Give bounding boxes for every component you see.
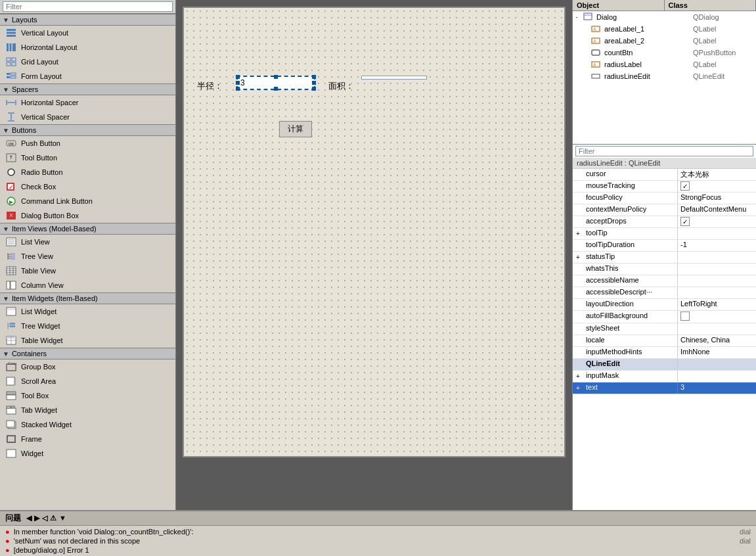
prop-row-focusPolicy[interactable]: focusPolicy StrongFocus [573,193,756,204]
prop-row-statusTip[interactable]: + statusTip [573,252,756,264]
issue-item-issue3[interactable]: ● [debug/dialog.o] Error 1 [0,545,756,555]
section-header-item-views-model[interactable]: ▼Item Views (Model-Based) [0,223,175,235]
issue-item-issue2[interactable]: ● 'setNum' was not declared in this scop… [0,536,756,545]
widget-item-tab-widget[interactable]: Tab Widget [0,403,175,417]
widget-item-list-view[interactable]: List View [0,235,175,249]
widget-item-push-button[interactable]: OKPush Button [0,136,175,151]
svg-rect-13 [11,76,16,78]
issue-text-issue3: [debug/dialog.o] Error 1 [14,546,745,554]
widget-item-tool-box[interactable]: Tool Box [0,388,175,403]
canvas-window[interactable]: 半径： 3 [183,7,566,457]
section-header-spacers[interactable]: ▼Spacers [0,83,175,95]
prop-row-contextMenuPolicy[interactable]: contextMenuPolicy DefaultContextMenu [573,204,756,216]
calc-button[interactable]: 计算 [279,121,312,137]
prop-expand-whatsThis [573,264,583,275]
issue-nav-prev[interactable]: ◀ [26,514,32,522]
prop-row-autoFillBackground[interactable]: autoFillBackground [573,311,756,323]
widget-item-table-widget[interactable]: Table Widget [0,333,175,348]
prop-expand-statusTip[interactable]: + [573,252,583,263]
widget-item-grid-layout[interactable]: Grid Layout [0,55,175,69]
prop-row-toolTipDuration[interactable]: toolTipDuration -1 [573,240,756,252]
widget-item-horizontal-layout[interactable]: Horizontal Layout [0,40,175,55]
widget-item-table-view[interactable]: Table View [0,264,175,278]
area-lineedit[interactable] [361,76,427,80]
widget-item-tree-view[interactable]: Tree View [0,249,175,264]
prop-row-locale[interactable]: locale Chinese, China [573,335,756,347]
widget-item-dialog-button-box[interactable]: XDialog Button Box [0,208,175,223]
issue-nav-prev2[interactable]: ◁ [42,514,47,522]
tree-row-radiusLineEdit[interactable]: radiusLineEdit QLineEdit [573,70,756,82]
prop-row-whatsThis[interactable]: whatsThis [573,264,756,275]
tree-row-radiusLabel[interactable]: A radiusLabel QLabel [573,58,756,70]
issue-list: ● In member function 'void Dialog::on_co… [0,526,756,556]
widget-item-widget[interactable]: Widget [0,446,175,461]
issue-nav-next[interactable]: ▶ [34,514,39,522]
widget-item-tool-button[interactable]: TTool Button [0,151,175,165]
prop-row-mouseTracking[interactable]: mouseTracking [573,181,756,193]
prop-row-cursor[interactable]: cursor 文本光标 [573,169,756,181]
calc-button-container[interactable]: 计算 [279,121,312,137]
prop-checkbox-mouseTracking[interactable] [680,181,690,191]
widget-item-vertical-layout[interactable]: Vertical Layout [0,26,175,40]
prop-row-accessibleName[interactable]: accessibleName [573,275,756,287]
widget-item-command-link-button[interactable]: ▶Command Link Button [0,194,175,208]
widget-item-vertical-spacer[interactable]: Vertical Spacer [0,110,175,124]
prop-row-text[interactable]: + text 3 [573,382,756,394]
widget-item-horizontal-spacer[interactable]: Horizontal Spacer [0,95,175,110]
tree-row-dialog[interactable]: - Dialog QDialog [573,11,756,23]
tree-name-areaLabel1: areaLabel_1 [603,25,690,33]
widget-item-check-box[interactable]: ✓Check Box [0,179,175,194]
svg-rect-11 [11,73,16,75]
svg-rect-70 [7,406,11,408]
section-header-layouts[interactable]: ▼Layouts [0,14,175,26]
widget-item-column-view[interactable]: Column View [0,278,175,292]
svg-rect-51 [7,309,15,310]
prop-value-cursor: 文本光标 [677,169,756,180]
widget-label-check-box: Check Box [21,183,56,191]
prop-name-toolTipDuration: toolTipDuration [583,240,677,251]
svg-rect-3 [7,43,9,51]
svg-rect-82 [592,50,600,55]
prop-row-styleSheet[interactable]: styleSheet [573,323,756,335]
widget-item-radio-button[interactable]: Radio Button [0,165,175,179]
prop-row-inputMask[interactable]: + inputMask [573,371,756,382]
tree-row-areaLabel2[interactable]: A areaLabel_2 QLabel [573,35,756,47]
issue-filter-icon[interactable]: ▼ [59,514,66,522]
widget-filter-input[interactable] [3,1,173,12]
prop-filter-input[interactable] [575,146,753,156]
widget-item-stacked-widget[interactable]: Stacked Widget [0,417,175,432]
prop-row-toolTip[interactable]: + toolTip [573,228,756,240]
svg-rect-5 [12,43,16,51]
section-header-containers[interactable]: ▼Containers [0,348,175,359]
prop-row-layoutDirection[interactable]: layoutDirection LeftToRight [573,299,756,311]
widget-label-table-view: Table View [21,267,56,275]
widget-label-list-widget: List Widget [21,308,56,315]
prop-row-inputMethodHints[interactable]: inputMethodHints ImhNone [573,347,756,359]
prop-row-acceptDrops[interactable]: acceptDrops [573,216,756,228]
prop-expand-toolTip[interactable]: + [573,228,583,239]
radius-lineedit-container[interactable]: 3 [236,76,315,90]
widget-item-list-widget[interactable]: List Widget [0,304,175,319]
widget-item-scroll-area[interactable]: Scroll Area [0,374,175,388]
prop-checkbox-autoFillBackground[interactable] [680,312,690,321]
prop-row-accessibleDescription[interactable]: accessibleDescript··· [573,287,756,299]
issue-item-issue1[interactable]: ● In member function 'void Dialog::on_co… [0,527,756,536]
tree-row-areaLabel1[interactable]: A areaLabel_1 QLabel [573,23,756,35]
prop-expand-inputMask[interactable]: + [573,371,583,382]
prop-expand-text[interactable]: + [573,382,583,394]
tree-type-areaLabel2: QLabel [690,37,756,45]
section-header-item-widgets-item[interactable]: ▼Item Widgets (Item-Based) [0,292,175,304]
widget-item-form-layout[interactable]: Form Layout [0,69,175,83]
area-lineedit-container[interactable] [361,76,427,80]
prop-name-autoFillBackground: autoFillBackground [583,311,677,323]
tree-expand-dialog[interactable]: - [573,14,581,20]
prop-value-text-focusPolicy: StrongFocus [680,193,721,201]
tree-row-countBtn[interactable]: countBtn QPushButton [573,47,756,58]
prop-row-QLineEdit-section[interactable]: QLineEdit [573,359,756,371]
prop-checkbox-acceptDrops[interactable] [680,217,690,226]
section-header-buttons[interactable]: ▼Buttons [0,124,175,136]
widget-item-tree-widget[interactable]: Tree Widget [0,319,175,333]
radius-lineedit[interactable]: 3 [236,76,315,90]
widget-item-group-box[interactable]: GroupGroup Box [0,359,175,374]
widget-item-frame[interactable]: Frame [0,432,175,446]
